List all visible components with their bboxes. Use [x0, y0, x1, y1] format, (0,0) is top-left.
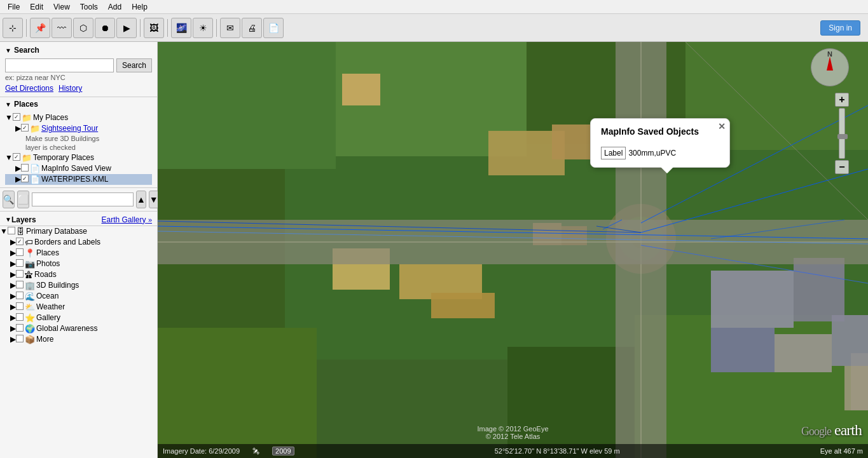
borders-label: Borders and Labels — [34, 238, 100, 246]
photos-checkbox[interactable] — [16, 259, 24, 267]
toolbar-separator-4 — [216, 19, 217, 37]
3d-buildings-checkbox[interactable] — [16, 281, 24, 288]
sun-btn[interactable]: ☀ — [193, 18, 213, 38]
global-awareness-icon: 🌍 — [25, 324, 35, 333]
tree-item-my-places[interactable]: ▼ 📁 My Places — [5, 112, 152, 123]
tree-item-temporary[interactable]: ▼ 📁 Temporary Places — [5, 152, 152, 163]
signin-button[interactable]: Sign in — [820, 20, 860, 36]
coordinates-text: 52°52'12.70" N 8°13'38.71" W elev 59 m — [495, 447, 620, 455]
folder-icon: 📁 — [22, 113, 32, 123]
earth-gallery-link[interactable]: Earth Gallery » — [102, 215, 153, 224]
google-earth-logo: Google earth — [801, 422, 862, 439]
tree-item-weather[interactable]: ▶ ⛅ Weather — [0, 302, 157, 313]
gallery-checkbox[interactable] — [16, 313, 24, 321]
waterpipes-checkbox[interactable] — [21, 175, 29, 182]
mapinfo-view-checkbox[interactable] — [21, 164, 29, 172]
my-places-checkbox[interactable] — [13, 113, 20, 121]
tree-item-more[interactable]: ▶ 📦 More — [0, 334, 157, 345]
menu-help[interactable]: Help — [127, 1, 153, 13]
tree-item-photos[interactable]: ▶ 📷 Photos — [0, 259, 157, 269]
sky-btn[interactable]: 🌌 — [171, 18, 191, 38]
places-header[interactable]: ▼ Places — [5, 100, 152, 109]
places-layer-checkbox[interactable] — [16, 248, 24, 256]
toolbar-separator-3 — [167, 19, 168, 37]
svg-rect-20 — [794, 258, 844, 321]
waterpipes-label: WATERPIPES.KML — [41, 175, 108, 184]
navigate-toolbar-btn[interactable]: ⊹ — [3, 18, 23, 38]
expand-icon: ▶ — [10, 281, 16, 290]
tree-item-gallery[interactable]: ▶ ⭐ Gallery — [0, 313, 157, 323]
left-panel: ▼ Search Search ex: pizza near NYC Get D… — [0, 42, 158, 458]
expand-icon: ▶ — [10, 270, 16, 279]
menu-tools[interactable]: Tools — [75, 1, 103, 13]
weather-label: Weather — [36, 302, 65, 311]
layers-section: ▼ Layers Earth Gallery » ▼ 🗄 Primary Dat… — [0, 212, 157, 458]
get-directions-link[interactable]: Get Directions — [5, 84, 53, 93]
search-button[interactable]: Search — [116, 58, 152, 72]
weather-checkbox[interactable] — [16, 302, 24, 310]
record-tour-btn[interactable]: ⏺ — [95, 18, 115, 38]
menu-add[interactable]: Add — [103, 1, 127, 13]
popup-close-button[interactable]: ✕ — [718, 121, 726, 131]
temporary-checkbox[interactable] — [13, 153, 20, 161]
satellite-icon: 🛰 — [252, 447, 259, 455]
move-up-btn[interactable]: ▲ — [136, 191, 146, 208]
zoom-to-selection-btn[interactable]: 🔍 — [3, 191, 15, 208]
earth-gallery-label: Earth Gallery — [102, 215, 146, 224]
menu-view[interactable]: View — [48, 1, 75, 13]
map-area[interactable]: ✕ MapInfo Saved Objects Label 300mm,uPVC… — [158, 42, 868, 458]
zoom-in-button[interactable]: + — [835, 93, 849, 107]
tree-item-primary-db[interactable]: ▼ 🗄 Primary Database — [0, 226, 157, 237]
play-tour-btn[interactable]: ▶ — [116, 18, 137, 38]
sightseeing-checkbox[interactable] — [21, 124, 29, 131]
tree-item-global-awareness[interactable]: ▶ 🌍 Global Awareness — [0, 323, 157, 334]
eye-alt-text: Eye alt 467 m — [820, 447, 863, 455]
tree-item-ocean[interactable]: ▶ 🌊 Ocean — [0, 291, 157, 302]
menu-file[interactable]: File — [3, 1, 25, 13]
compass-needle — [827, 57, 833, 71]
view-toggle-btn[interactable]: ⬜ — [17, 191, 29, 208]
global-awareness-checkbox[interactable] — [16, 324, 24, 332]
compass[interactable]: N — [811, 48, 849, 86]
expand-icon: ▶ — [10, 238, 16, 246]
expand-icon: ▼ — [0, 227, 8, 236]
tree-item-sightseeing[interactable]: ▶ 📁 Sightseeing Tour — [5, 123, 152, 134]
sightseeing-label[interactable]: Sightseeing Tour — [41, 124, 98, 133]
popup-title: MapInfo Saved Objects — [601, 126, 719, 137]
tree-item-3d-buildings[interactable]: ▶ 🏢 3D Buildings — [0, 280, 157, 291]
gallery-icon: ⭐ — [25, 313, 35, 323]
more-checkbox[interactable] — [16, 335, 24, 342]
toolbar-separator-2 — [140, 19, 141, 37]
tree-item-mapinfo-view[interactable]: ▶ 📄 MapInfo Saved View — [5, 163, 152, 174]
roads-checkbox[interactable] — [16, 270, 24, 278]
ocean-icon: 🌊 — [25, 292, 35, 301]
search-input[interactable] — [5, 58, 114, 72]
tree-item-places-layer[interactable]: ▶ 📍 Places — [0, 248, 157, 259]
history-link[interactable]: History — [59, 84, 82, 93]
borders-checkbox[interactable] — [16, 238, 24, 245]
primary-db-checkbox[interactable] — [8, 227, 15, 234]
zoom-slider[interactable] — [839, 108, 845, 159]
path-toolbar-btn[interactable]: 〰 — [52, 18, 72, 38]
email-btn[interactable]: ✉ — [220, 18, 240, 38]
3d-buildings-label: 3D Buildings — [36, 281, 79, 290]
ocean-checkbox[interactable] — [16, 292, 24, 299]
main-content: ▼ Search Search ex: pizza near NYC Get D… — [0, 42, 868, 458]
panel-search-input[interactable] — [32, 192, 134, 206]
image-overlay-btn[interactable]: 🖼 — [144, 18, 164, 38]
menu-edit[interactable]: Edit — [25, 1, 48, 13]
polygon-toolbar-btn[interactable]: ⬡ — [73, 18, 93, 38]
expand-icon: ▶ — [10, 335, 16, 344]
zoom-controls: + − — [835, 93, 849, 174]
tree-item-borders[interactable]: ▶ 🏷 Borders and Labels — [0, 237, 157, 248]
search-header[interactable]: ▼ Search — [5, 46, 152, 55]
zoom-handle[interactable] — [837, 134, 848, 139]
tree-item-roads[interactable]: ▶ 🛣 Roads — [0, 269, 157, 280]
expand-icon: ▶ — [10, 302, 16, 311]
tree-item-waterpipes[interactable]: ▶ 📄 WATERPIPES.KML — [5, 174, 152, 185]
zoom-out-button[interactable]: − — [835, 160, 849, 174]
placemark-toolbar-btn[interactable]: 📌 — [30, 18, 50, 38]
print-btn[interactable]: 🖨 — [242, 18, 262, 38]
copyright-line1: Image © 2012 GeoEye — [477, 425, 548, 433]
kml-btn[interactable]: 📄 — [263, 18, 284, 38]
